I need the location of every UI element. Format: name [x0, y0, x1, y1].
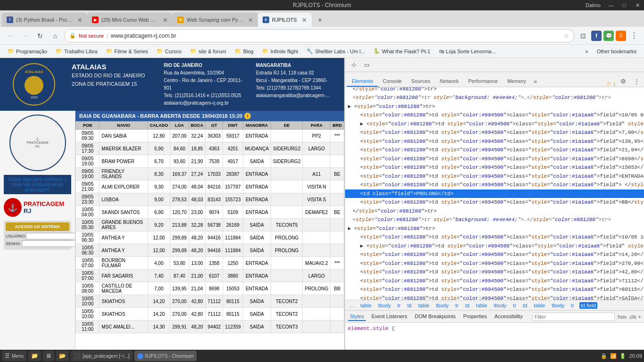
- table-row[interactable]: 10/05 07:00BOURBON FULMAR4,0053,8013,001…: [76, 257, 344, 270]
- html-line-3[interactable]: </style="color:#881280">tr>: [345, 87, 644, 93]
- devtools-html[interactable]: <style="color:#881280">td style="color:#…: [345, 87, 644, 300]
- info-icon[interactable]: i: [244, 113, 251, 119]
- html-line-19[interactable]: ▶ <style="color:#881280">tr>: [345, 224, 644, 233]
- password-input[interactable]: [22, 240, 75, 247]
- table-row[interactable]: 10/05 05:30GRANDE BUENOS AIRES9,20213,88…: [76, 219, 344, 231]
- cast-icon[interactable]: ⊡: [577, 30, 589, 42]
- bookmark-item-9[interactable]: 🛍Loja Sorte Lenorma...: [435, 48, 500, 55]
- breadcrumb-item-13[interactable]: table: [532, 302, 546, 309]
- html-line-7[interactable]: ▶ <style="color:#881280">td style="color…: [345, 120, 644, 129]
- taskbar-files[interactable]: 📁: [28, 351, 41, 361]
- html-line-6[interactable]: <style="color:#881280">td style="color:#…: [345, 111, 644, 120]
- table-row[interactable]: 09/05 23:30LISBOA9,00278,5348,0383143155…: [76, 193, 344, 206]
- institution-link[interactable]: Clique aqui para conhecer o novo site in…: [4, 175, 71, 194]
- html-line-15[interactable]: <td class="field">PROLONG</td>: [345, 189, 644, 198]
- bookmark-item-0[interactable]: 📁Programação: [4, 47, 51, 55]
- html-line-4[interactable]: <style="color:#881280">tr style="backgro…: [345, 93, 644, 102]
- breadcrumb-item-0[interactable]: ...: [348, 302, 355, 309]
- extension-chat-icon[interactable]: 💬: [603, 31, 614, 41]
- close-button[interactable]: ✕: [631, 0, 644, 10]
- html-line-21[interactable]: ▶ <style="color:#881280">td style="color…: [345, 242, 644, 251]
- html-line-27[interactable]: <style="color:#881280">td style="color:#…: [345, 294, 644, 300]
- bookmark-item-8[interactable]: 🐍What the Flask? Pt-1: [370, 47, 434, 55]
- html-line-12[interactable]: <style="color:#881280">td style="color:#…: [345, 163, 644, 172]
- breadcrumb-item-10[interactable]: tbody: [492, 302, 508, 309]
- tab-memory[interactable]: Memory: [503, 76, 531, 87]
- styles-tab-dombreakpoints[interactable]: DOM Breakpoints: [413, 313, 458, 321]
- table-scroll[interactable]: POBNAVIOCALADOLOABOCAGTDWTMANOBRADEPARAB…: [75, 121, 344, 362]
- maximize-button[interactable]: □: [618, 0, 631, 10]
- username-input[interactable]: [26, 233, 75, 239]
- html-line-5[interactable]: ▶ <style="color:#881280">tr>: [345, 102, 644, 111]
- table-row[interactable]: 10/05 04:00SKANDI SANTOS6,90120,7023,009…: [76, 206, 344, 219]
- home-button[interactable]: ⌂: [49, 30, 61, 42]
- tab-network[interactable]: Network: [435, 76, 463, 87]
- breadcrumb-item-2[interactable]: tbody: [377, 302, 392, 309]
- html-line-9[interactable]: <style="color:#881280">td style="color:#…: [345, 137, 644, 146]
- breadcrumb-item-12[interactable]: td: [521, 302, 528, 309]
- new-tab-button[interactable]: +: [314, 14, 327, 27]
- menu-button[interactable]: ⋮: [628, 30, 640, 42]
- breadcrumb-item-5[interactable]: table: [417, 302, 431, 309]
- table-row[interactable]: 10/05 11:00MSC AMALEI...14,30299,9148,20…: [76, 321, 344, 333]
- inspector-tool[interactable]: ⊹: [348, 59, 359, 71]
- bookmark-item-4[interactable]: 📁site & forum: [186, 47, 230, 55]
- bookmark-item-7[interactable]: 🔧Shellter Labs - Um l...: [303, 47, 369, 55]
- breadcrumb-item-7[interactable]: tr: [454, 302, 460, 309]
- minimize-button[interactable]: —: [604, 0, 618, 10]
- bookmarks-more[interactable]: »: [582, 48, 592, 55]
- hov-filter[interactable]: :hov: [617, 314, 627, 320]
- other-bookmarks[interactable]: Other bookmarks: [593, 48, 640, 55]
- bookmark-item-6[interactable]: 📁Infinite flight: [258, 47, 302, 55]
- table-row[interactable]: 10/05 06:30ANTHEA Y12,00299,8948,2094416…: [76, 231, 344, 244]
- breadcrumb-item-15[interactable]: tr: [570, 302, 576, 309]
- html-line-14[interactable]: <style="color:#881280">td style="color:#…: [345, 181, 644, 189]
- breadcrumb-item-14[interactable]: tbody: [550, 302, 566, 309]
- back-button[interactable]: ←: [4, 30, 16, 42]
- table-row[interactable]: 09/05 21:00ALMI EXPLORER9,30274,0048,048…: [76, 181, 344, 193]
- devtools-more-tabs[interactable]: »: [531, 76, 540, 87]
- breadcrumb-item-4[interactable]: td: [406, 302, 413, 309]
- html-line-23[interactable]: <style="color:#881280">td style="color:#…: [345, 259, 644, 268]
- html-line-26[interactable]: <style="color:#881280">td style="color:#…: [345, 285, 644, 294]
- bookmark-item-3[interactable]: 📁Cursos: [153, 47, 185, 55]
- devtools-settings-icon[interactable]: ⚙: [618, 75, 629, 87]
- taskbar-menu[interactable]: ☰ Menu: [2, 351, 26, 361]
- tab-close-button[interactable]: ✕: [163, 16, 168, 24]
- breadcrumb-item-6[interactable]: tbody: [435, 302, 450, 309]
- tab-elements[interactable]: Elements: [347, 76, 378, 87]
- html-line-17[interactable]: </style="color:#881280">tr>: [345, 207, 644, 216]
- html-line-24[interactable]: <style="color:#881280">td style="color:#…: [345, 268, 644, 277]
- cls-filter[interactable]: .cls: [628, 314, 636, 320]
- table-row[interactable]: 10/05 07:00FAR SAGARIS7,4087,4021,006107…: [76, 270, 344, 282]
- styles-tab-eventlisteners[interactable]: Event Listeners: [370, 313, 409, 321]
- url-bar[interactable]: 🔒 Not secure | www.praticagem-rj.com.br …: [64, 29, 574, 42]
- table-row[interactable]: 10/05 10:00SKIATHOS14,20270,0042,8071112…: [76, 308, 344, 321]
- add-style-icon[interactable]: +: [638, 314, 641, 320]
- table-row[interactable]: 09/05 09:30DAN SABIA12,80207,0032,243630…: [76, 130, 344, 142]
- tab-close-button[interactable]: ✕: [302, 16, 307, 24]
- devtools-menu-icon[interactable]: ⋮: [631, 75, 642, 87]
- taskbar-terminal[interactable]: ⬛ [app_praticagem [~/...]: [71, 351, 132, 361]
- bookmark-star-icon[interactable]: ☆: [564, 33, 569, 39]
- table-row[interactable]: 10/05 10:00SKIATHOS14,20270,0042,8071112…: [76, 295, 344, 308]
- extension-facebook-icon[interactable]: f: [591, 31, 602, 41]
- tab-tab2[interactable]: ▶(29) Mini Curso Web Sc...✕: [87, 13, 173, 27]
- html-line-22[interactable]: <style="color:#881280">td style="color:#…: [345, 250, 644, 259]
- access-button[interactable]: ACESSO AO SISTEMA: [6, 222, 69, 231]
- breadcrumb-item-9[interactable]: table: [475, 302, 489, 309]
- styles-tab-accessibility[interactable]: Accessibility: [493, 313, 525, 321]
- extension-icon[interactable]: S: [616, 31, 626, 41]
- breadcrumb-item-8[interactable]: td: [463, 302, 471, 309]
- styles-tab-styles[interactable]: Styles: [348, 313, 366, 321]
- reload-button[interactable]: ↻: [34, 30, 46, 42]
- bookmark-item-5[interactable]: 📁Blog: [231, 47, 257, 55]
- breadcrumb-item-3[interactable]: tr: [396, 302, 402, 309]
- tab-close-button[interactable]: ✕: [248, 16, 253, 24]
- filter-input[interactable]: [532, 313, 615, 321]
- html-line-13[interactable]: <style="color:#881280">td style="color:#…: [345, 172, 644, 181]
- tab-close-button[interactable]: ✕: [77, 16, 83, 24]
- html-line-8[interactable]: <style="color:#881280">td style="color:#…: [345, 128, 644, 137]
- forward-button[interactable]: →: [19, 30, 31, 42]
- html-line-18[interactable]: <style="color:#881280">tr style="backgro…: [345, 215, 644, 224]
